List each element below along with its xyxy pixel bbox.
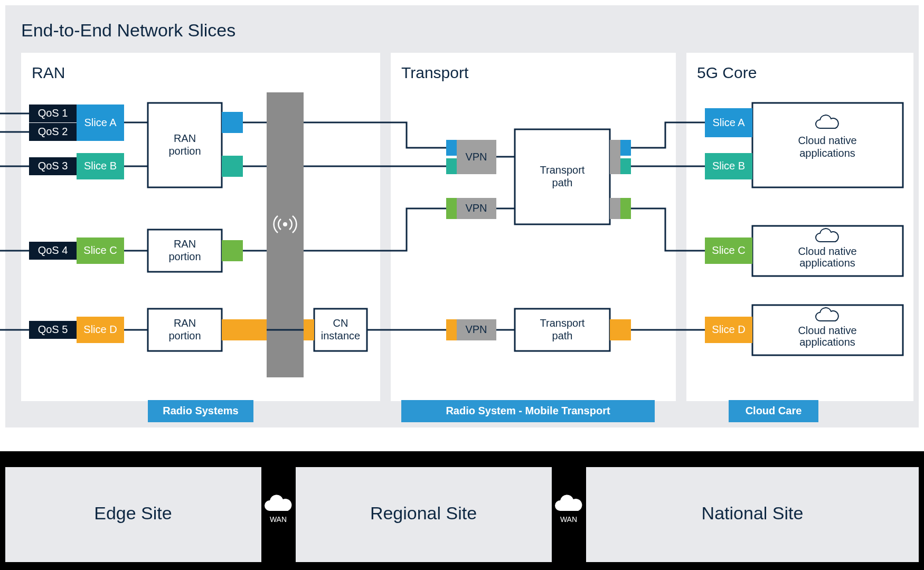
svg-text:WAN: WAN <box>270 515 287 524</box>
svg-point-0 <box>283 222 287 226</box>
svg-text:portion: portion <box>168 330 201 341</box>
stub-b <box>222 156 243 177</box>
svg-text:portion: portion <box>168 251 201 262</box>
svg-rect-50 <box>446 319 457 340</box>
svg-text:Slice C: Slice C <box>712 244 745 256</box>
svg-text:Slice D: Slice D <box>712 324 745 335</box>
svg-text:VPN: VPN <box>465 151 487 163</box>
svg-text:VPN: VPN <box>465 324 487 335</box>
svg-text:Cloud native: Cloud native <box>798 135 856 146</box>
svg-text:Slice A: Slice A <box>84 117 117 128</box>
svg-text:WAN: WAN <box>560 515 577 524</box>
svg-text:QoS 4: QoS 4 <box>38 244 68 256</box>
svg-rect-56 <box>610 319 631 340</box>
svg-text:instance: instance <box>321 330 361 341</box>
svg-text:portion: portion <box>168 145 201 157</box>
svg-text:Slice B: Slice B <box>712 160 745 172</box>
svg-text:Slice D: Slice D <box>83 324 117 335</box>
svg-text:Transport: Transport <box>540 317 585 329</box>
svg-text:QoS 3: QoS 3 <box>38 160 68 172</box>
network-slices-diagram: End-to-End Network Slices RAN Transport … <box>0 0 924 570</box>
svg-text:Cloud native: Cloud native <box>798 325 856 336</box>
stub-d1 <box>222 319 267 340</box>
national-site-label: National Site <box>702 503 804 523</box>
svg-rect-49 <box>446 198 457 219</box>
stub-d2 <box>304 319 314 340</box>
edge-site-label: Edge Site <box>94 503 172 523</box>
svg-text:RAN: RAN <box>174 132 196 144</box>
diagram-title: End-to-End Network Slices <box>21 20 235 40</box>
svg-text:path: path <box>552 177 573 188</box>
svg-rect-54 <box>610 198 620 219</box>
svg-text:applications: applications <box>799 257 855 269</box>
svg-text:RAN: RAN <box>174 317 196 329</box>
svg-text:QoS 1: QoS 1 <box>38 107 68 119</box>
svg-text:path: path <box>552 330 573 341</box>
svg-text:VPN: VPN <box>465 202 487 214</box>
svg-rect-55 <box>620 198 631 219</box>
svg-rect-47 <box>446 140 457 156</box>
regional-site-label: Regional Site <box>370 503 477 523</box>
svg-text:Slice B: Slice B <box>84 160 117 172</box>
svg-text:RAN: RAN <box>174 238 196 250</box>
svg-text:CN: CN <box>333 317 348 329</box>
svg-rect-53 <box>620 158 631 174</box>
svg-rect-48 <box>446 158 457 174</box>
svg-rect-52 <box>620 140 631 156</box>
antenna-column <box>267 92 304 377</box>
svg-text:QoS 2: QoS 2 <box>38 126 68 137</box>
stub-c <box>222 240 243 261</box>
svg-text:Radio Systems: Radio Systems <box>163 405 238 416</box>
svg-text:applications: applications <box>799 147 855 159</box>
core-title: 5G Core <box>697 64 757 81</box>
svg-text:Transport: Transport <box>540 164 585 176</box>
svg-rect-51 <box>610 140 620 174</box>
stub-a <box>222 112 243 133</box>
svg-text:Slice A: Slice A <box>712 117 745 128</box>
ran-title: RAN <box>32 64 65 81</box>
svg-text:Radio System - Mobile Transpor: Radio System - Mobile Transport <box>446 405 610 416</box>
svg-text:QoS 5: QoS 5 <box>38 324 68 335</box>
transport-title: Transport <box>401 64 469 81</box>
svg-text:applications: applications <box>799 336 855 348</box>
svg-text:Cloud Care: Cloud Care <box>746 405 802 416</box>
svg-text:Cloud native: Cloud native <box>798 245 856 257</box>
svg-text:Slice C: Slice C <box>83 244 117 256</box>
